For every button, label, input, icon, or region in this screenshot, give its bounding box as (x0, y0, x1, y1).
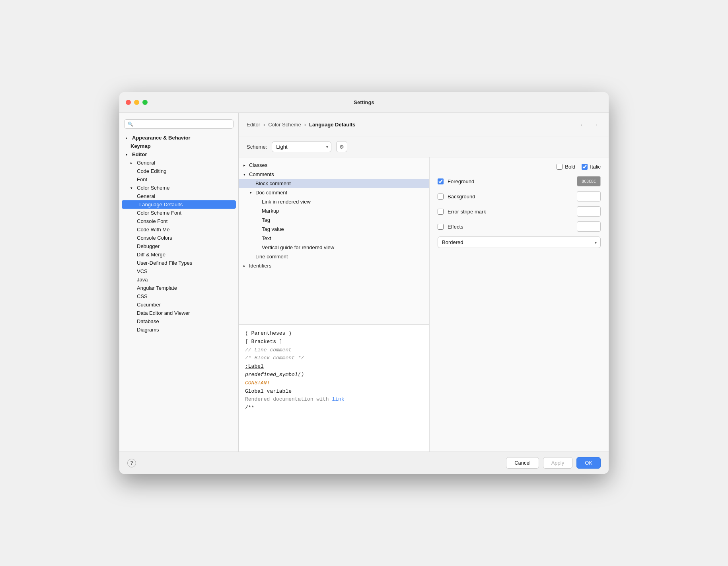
sidebar-item-label: Appearance & Behavior (132, 135, 191, 141)
sidebar-item-code-with-me[interactable]: Code With Me (119, 225, 238, 234)
breadcrumb-part2: Color Scheme (268, 122, 301, 128)
sidebar-item-language-defaults[interactable]: Language Defaults (122, 200, 236, 209)
sidebar-item-font[interactable]: Font (119, 175, 238, 184)
ok-button[interactable]: OK (576, 457, 601, 469)
tree-item-block-comment[interactable]: Block comment (239, 179, 429, 188)
sidebar-item-vcs[interactable]: VCS (119, 267, 238, 275)
window-title: Settings (354, 99, 374, 105)
error-stripe-checkbox[interactable] (438, 209, 444, 215)
apply-button[interactable]: Apply (543, 457, 573, 469)
tree-item-label: Line comment (255, 254, 288, 260)
sidebar-item-color-scheme[interactable]: Color Scheme (119, 184, 238, 192)
sidebar-item-label: Color Scheme Font (137, 210, 181, 216)
tree-panel: ▸ Classes ▾ Comments Block comment (239, 157, 430, 452)
tree-item-label: Text (262, 235, 271, 241)
tree-item-markup[interactable]: Markup (239, 206, 429, 215)
effects-checkbox[interactable] (438, 224, 444, 230)
tree-item-line-comment[interactable]: Line comment (239, 252, 429, 261)
preview-line-constant: CONSTANT (245, 379, 423, 388)
italic-checkbox-row[interactable]: Italic (582, 164, 601, 170)
foreground-color-swatch[interactable]: 8C8C8C (577, 176, 601, 186)
preview-link: link (332, 396, 344, 402)
tree-item-tag-value[interactable]: Tag value (239, 225, 429, 234)
bold-checkbox-row[interactable]: Bold (557, 164, 575, 170)
sidebar-item-angular[interactable]: Angular Template (119, 284, 238, 292)
effects-select-wrap: Bordered Underline Bold Underline Underw… (438, 236, 601, 248)
preview-line-global: Global variable (245, 388, 423, 396)
italic-label: Italic (590, 164, 601, 170)
breadcrumb-sep2: › (304, 122, 306, 128)
footer-right: Cancel Apply OK (506, 457, 601, 469)
effects-select[interactable]: Bordered Underline Bold Underline Underw… (438, 236, 601, 248)
preview-line-brackets: [ Brackets ] (245, 338, 423, 346)
tree-item-doc-comment[interactable]: ▾ Doc comment (239, 188, 429, 197)
tree-item-tag[interactable]: Tag (239, 215, 429, 225)
sidebar-item-editor[interactable]: Editor (119, 150, 238, 159)
sidebar-item-general[interactable]: General (119, 159, 238, 167)
help-button[interactable]: ? (127, 459, 136, 467)
italic-checkbox[interactable] (582, 164, 588, 170)
scheme-select[interactable]: Light Dark High Contrast Darcula (272, 142, 331, 152)
sidebar-item-user-defined[interactable]: User-Defined File Types (119, 259, 238, 267)
window-controls (126, 100, 148, 105)
sidebar-item-css[interactable]: CSS (119, 292, 238, 300)
bold-checkbox[interactable] (557, 164, 563, 170)
sidebar-item-java[interactable]: Java (119, 275, 238, 284)
preview-line-predef: predefined_symbol() (245, 371, 423, 379)
sidebar-item-diagrams[interactable]: Diagrams (119, 326, 238, 334)
scheme-settings-button[interactable]: ⚙ (336, 141, 347, 152)
bold-label: Bold (565, 164, 575, 170)
tree-item-vertical-guide[interactable]: Vertical guide for rendered view (239, 243, 429, 252)
chevron-icon (126, 153, 130, 157)
preview-line-rendered: Rendered documentation with link (245, 395, 423, 404)
minimize-button[interactable] (134, 100, 139, 105)
background-color-swatch[interactable] (577, 191, 601, 202)
forward-button[interactable]: → (590, 119, 601, 130)
sidebar-item-label: Font (137, 176, 147, 182)
sidebar-item-diff-merge[interactable]: Diff & Merge (119, 250, 238, 259)
effects-color-swatch[interactable] (577, 221, 601, 232)
background-checkbox[interactable] (438, 194, 444, 200)
sidebar-item-code-editing[interactable]: Code Editing (119, 167, 238, 175)
maximize-button[interactable] (142, 100, 148, 105)
sidebar-item-label: Java (137, 277, 148, 283)
foreground-color-value: 8C8C8C (582, 179, 596, 184)
search-bar: 🔍 (119, 116, 238, 132)
preview-line-parens: ( Parentheses ) (245, 330, 423, 338)
scheme-row: Scheme: Light Dark High Contrast Darcula… (239, 136, 609, 157)
sidebar-item-database[interactable]: Database (119, 317, 238, 326)
breadcrumb-part1: Editor (247, 122, 260, 128)
sidebar-item-cs-general[interactable]: General (119, 192, 238, 200)
error-stripe-color-swatch[interactable] (577, 206, 601, 217)
search-input-wrap[interactable]: 🔍 (124, 119, 234, 129)
titlebar: Settings (119, 92, 609, 113)
sidebar-item-label: Diff & Merge (137, 252, 165, 258)
sidebar-item-appearance[interactable]: Appearance & Behavior (119, 134, 238, 142)
sidebar-item-label: Data Editor and Viewer (137, 310, 190, 316)
sidebar-item-label: Code With Me (137, 227, 169, 233)
settings-window: Settings 🔍 Appearance & Behavior Keymap … (119, 92, 609, 474)
tree-item-comments[interactable]: ▾ Comments (239, 170, 429, 179)
sidebar-item-console-colors[interactable]: Console Colors (119, 234, 238, 242)
sidebar-item-label: Console Font (137, 218, 167, 224)
sidebar-item-keymap[interactable]: Keymap (119, 142, 238, 150)
back-button[interactable]: ← (578, 119, 588, 130)
tree-item-label: Classes (249, 162, 267, 168)
sidebar-item-cucumber[interactable]: Cucumber (119, 300, 238, 309)
tree-item-text[interactable]: Text (239, 234, 429, 243)
sidebar-item-label: Code Editing (137, 168, 166, 174)
tree-item-classes[interactable]: ▸ Classes (239, 161, 429, 170)
search-input[interactable] (136, 121, 230, 127)
close-button[interactable] (126, 100, 131, 105)
cancel-button[interactable]: Cancel (506, 457, 539, 469)
preview-line-doccomment: /** (245, 404, 423, 412)
tree-chevron-icon: ▾ (250, 191, 255, 195)
sidebar-item-debugger[interactable]: Debugger (119, 242, 238, 250)
foreground-checkbox[interactable] (438, 178, 444, 184)
sidebar-item-console-font[interactable]: Console Font (119, 217, 238, 225)
tree-item-identifiers[interactable]: ▸ Identifiers (239, 261, 429, 270)
preview-line-block-comment: /* Block comment */ (245, 354, 423, 362)
sidebar-item-color-scheme-font[interactable]: Color Scheme Font (119, 209, 238, 217)
sidebar-item-data-editor[interactable]: Data Editor and Viewer (119, 309, 238, 317)
tree-item-link-rendered[interactable]: Link in rendered view (239, 197, 429, 206)
